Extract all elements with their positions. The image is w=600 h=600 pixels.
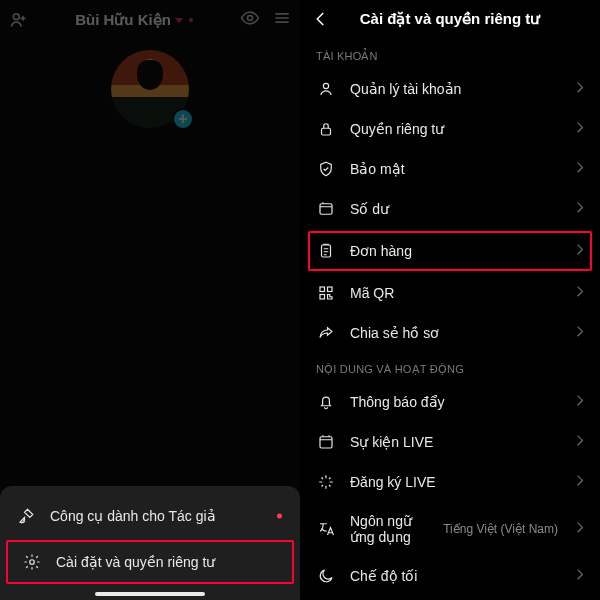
chevron-right-icon [576, 201, 584, 217]
svg-point-1 [248, 16, 253, 21]
chevron-right-icon [576, 161, 584, 177]
bell-icon [316, 393, 336, 411]
section-content-label: NỘI DUNG VÀ HOẠT ĐỘNG [300, 353, 600, 382]
view-icon[interactable] [240, 8, 260, 32]
chevron-right-icon [576, 474, 584, 490]
chevron-right-icon [576, 121, 584, 137]
row-dark-mode[interactable]: Chế độ tối [300, 556, 600, 596]
svg-point-2 [30, 560, 35, 565]
row-label: Chế độ tối [350, 568, 562, 584]
row-live-events[interactable]: Sự kiện LIVE [300, 422, 600, 462]
row-label: Thông báo đẩy [350, 394, 562, 410]
person-icon [316, 80, 336, 98]
sparkle-icon [316, 473, 336, 491]
chevron-right-icon [576, 243, 584, 259]
profile-screen: Bùi Hữu Kiện + Công cụ dành cho Tác giả … [0, 0, 300, 600]
row-balance[interactable]: Số dư [300, 189, 600, 229]
qr-icon [316, 284, 336, 302]
add-friend-button[interactable] [8, 10, 28, 30]
settings-title: Cài đặt và quyền riêng tư [360, 10, 541, 28]
clipboard-icon [316, 242, 336, 260]
row-language[interactable]: Ngôn ngữ ứng dụng Tiếng Việt (Việt Nam) [300, 502, 600, 556]
shield-icon [316, 160, 336, 178]
row-live-signup[interactable]: Đăng ký LIVE [300, 462, 600, 502]
row-label: Chia sẻ hồ sơ [350, 325, 562, 341]
svg-point-3 [323, 83, 328, 88]
lock-icon [316, 120, 336, 138]
row-label: Bảo mật [350, 161, 562, 177]
row-privacy[interactable]: Quyền riêng tư [300, 109, 600, 149]
chevron-right-icon [576, 81, 584, 97]
tools-icon [16, 507, 36, 525]
row-label: Quản lý tài khoản [350, 81, 562, 97]
notification-dot [277, 514, 282, 519]
row-label: Mã QR [350, 285, 562, 301]
chevron-right-icon [576, 568, 584, 584]
settings-privacy-label: Cài đặt và quyền riêng tư [56, 554, 215, 570]
chevron-right-icon [576, 521, 584, 537]
section-account-label: TÀI KHOẢN [300, 40, 600, 69]
row-push[interactable]: Thông báo đẩy [300, 382, 600, 422]
row-security[interactable]: Bảo mật [300, 149, 600, 189]
chevron-right-icon [576, 434, 584, 450]
row-label: Số dư [350, 201, 562, 217]
gear-icon [22, 553, 42, 571]
row-label: Đăng ký LIVE [350, 474, 562, 490]
chevron-right-icon [576, 325, 584, 341]
settings-header: Cài đặt và quyền riêng tư [300, 0, 600, 40]
settings-privacy-item[interactable]: Cài đặt và quyền riêng tư [6, 540, 294, 584]
chevron-right-icon [576, 285, 584, 301]
chevron-down-icon [175, 18, 183, 23]
calendar-icon [316, 433, 336, 451]
row-share[interactable]: Chia sẻ hồ sơ [300, 313, 600, 353]
row-label: Ngôn ngữ ứng dụng [350, 513, 429, 545]
share-icon [316, 324, 336, 342]
svg-rect-5 [320, 204, 332, 215]
menu-icon[interactable] [272, 8, 292, 32]
creator-tools-item[interactable]: Công cụ dành cho Tác giả [0, 494, 300, 538]
svg-point-0 [13, 14, 19, 20]
row-label: Đơn hàng [350, 243, 562, 259]
svg-rect-9 [320, 295, 325, 300]
username-text: Bùi Hữu Kiện [75, 11, 171, 29]
profile-username[interactable]: Bùi Hữu Kiện [75, 11, 193, 29]
notification-dot [189, 18, 193, 22]
row-content-pref[interactable]: Tùy chọn nội dung [300, 596, 600, 600]
row-manage-account[interactable]: Quản lý tài khoản [300, 69, 600, 109]
row-orders[interactable]: Đơn hàng [308, 231, 592, 271]
row-qr[interactable]: Mã QR [300, 273, 600, 313]
avatar-add-button[interactable]: + [172, 108, 194, 130]
home-indicator [95, 592, 205, 596]
svg-rect-7 [320, 287, 325, 292]
wallet-icon [316, 200, 336, 218]
creator-tools-label: Công cụ dành cho Tác giả [50, 508, 216, 524]
svg-rect-4 [322, 128, 331, 135]
moon-icon [316, 567, 336, 585]
svg-rect-8 [328, 287, 333, 292]
language-value: Tiếng Việt (Việt Nam) [443, 522, 558, 536]
back-button[interactable] [312, 10, 330, 32]
bottom-sheet: Công cụ dành cho Tác giả Cài đặt và quyề… [0, 486, 300, 600]
language-icon [316, 520, 336, 538]
settings-screen: Cài đặt và quyền riêng tư TÀI KHOẢN Quản… [300, 0, 600, 600]
row-label: Sự kiện LIVE [350, 434, 562, 450]
profile-header: Bùi Hữu Kiện [0, 0, 300, 36]
chevron-right-icon [576, 394, 584, 410]
svg-rect-10 [320, 437, 332, 448]
row-label: Quyền riêng tư [350, 121, 562, 137]
avatar-container: + [0, 50, 300, 128]
